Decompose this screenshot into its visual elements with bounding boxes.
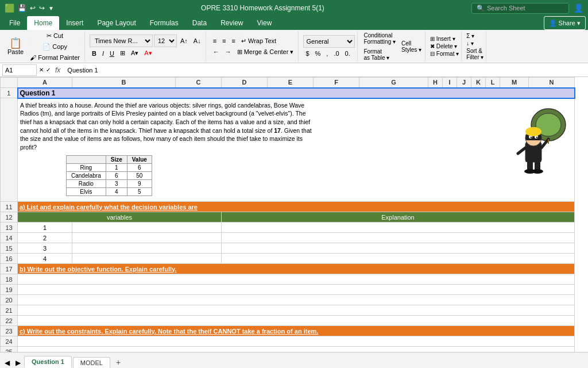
col-header-d[interactable]: D	[222, 78, 268, 88]
col-header-h[interactable]: H	[428, 78, 443, 88]
col-header-f[interactable]: F	[314, 78, 359, 88]
increase-font-button[interactable]: A↑	[178, 36, 190, 45]
format-cells-button[interactable]: ⊟ Format ▾	[430, 51, 459, 57]
undo-icon[interactable]: ↩	[30, 4, 36, 12]
cell-b13[interactable]	[72, 223, 222, 233]
sheet-tab-model[interactable]: MODEL	[73, 357, 110, 368]
col-header-i[interactable]: I	[443, 78, 457, 88]
col-header-g[interactable]: G	[359, 78, 428, 88]
next-sheet-icon[interactable]: ▶	[13, 358, 23, 368]
number-format-select[interactable]: General	[303, 35, 355, 48]
cell-a17[interactable]: b) Write out the objective function. Exp…	[18, 264, 575, 274]
align-left-button[interactable]: ≡	[211, 36, 219, 46]
cell-a14[interactable]: 2	[18, 233, 72, 243]
sort-filter-button[interactable]: Sort &Filter ▾	[466, 48, 483, 60]
wrap-text-button[interactable]: ↵ Wrap Text	[239, 36, 278, 46]
delete-cells-button[interactable]: ✖ Delete ▾	[430, 43, 459, 49]
col-header-c[interactable]: C	[176, 78, 222, 88]
increase-decimal-button[interactable]: .0	[331, 49, 341, 58]
col-header-k[interactable]: K	[471, 78, 486, 88]
prev-sheet-icon[interactable]: ◀	[2, 358, 12, 368]
decrease-decimal-button[interactable]: 0.	[343, 49, 353, 58]
comma-button[interactable]: ,	[324, 49, 330, 58]
sheet-tab-question1[interactable]: Question 1	[24, 356, 72, 368]
search-box[interactable]: 🔍 Search Sheet	[471, 3, 569, 14]
format-as-table-button[interactable]: Formatas Table ▾	[362, 47, 397, 62]
tab-view[interactable]: View	[250, 16, 279, 30]
cell-content-area[interactable]: A thief breaks into a house. Around the …	[18, 98, 575, 202]
fill-color-button[interactable]: A▾	[129, 48, 141, 58]
cell-a21[interactable]	[18, 305, 575, 316]
cell-a24[interactable]	[18, 336, 575, 347]
formula-input[interactable]: Question 1	[65, 66, 586, 74]
tab-file[interactable]: File	[2, 16, 27, 30]
underline-button[interactable]: U	[107, 49, 117, 58]
percent-button[interactable]: %	[313, 49, 323, 58]
insert-cells-button[interactable]: ⊞ Insert ▾	[430, 36, 459, 42]
currency-button[interactable]: $	[303, 49, 311, 58]
conditional-formatting-button[interactable]: ConditionalFormatting ▾	[362, 31, 397, 46]
confirm-icon[interactable]: ✓	[46, 67, 51, 73]
border-button[interactable]: ⊞	[118, 48, 127, 58]
cell-a11[interactable]: a) List and explain carefully what the d…	[18, 202, 575, 212]
font-name-select[interactable]: Times New R...	[90, 34, 153, 47]
share-button[interactable]: 👤 Share ▾	[544, 16, 586, 30]
col-header-l[interactable]: L	[486, 78, 500, 88]
sheet-area[interactable]: A B C D E F G H I J K L M N	[0, 77, 588, 352]
font-color-button[interactable]: A▾	[142, 48, 154, 58]
cell-styles-button[interactable]: CellStyles ▾	[400, 39, 423, 54]
cell-b14[interactable]	[72, 233, 222, 243]
tab-page-layout[interactable]: Page Layout	[90, 16, 142, 30]
decrease-font-button[interactable]: A↓	[191, 36, 203, 45]
cell-a13[interactable]: 1	[18, 223, 72, 233]
col-header-a[interactable]: A	[18, 78, 72, 88]
col-header-b[interactable]: B	[72, 78, 176, 88]
cell-a1[interactable]: Question 1	[18, 88, 575, 98]
merge-center-button[interactable]: ⊞ Merge & Center ▾	[235, 47, 296, 57]
cell-d12[interactable]: Explanation	[222, 212, 575, 223]
tab-formulas[interactable]: Formulas	[143, 16, 185, 30]
save-icon[interactable]: 💾	[18, 4, 26, 12]
tab-insert[interactable]: Insert	[59, 16, 90, 30]
cell-e13[interactable]	[222, 223, 575, 233]
col-header-e[interactable]: E	[268, 78, 314, 88]
bold-button[interactable]: B	[90, 49, 99, 58]
cell-a19[interactable]	[18, 285, 575, 295]
cell-a25[interactable]	[18, 347, 575, 352]
expand-icon[interactable]: ✕	[39, 67, 44, 73]
cell-b15[interactable]	[72, 243, 222, 254]
user-icon[interactable]: 👤	[574, 3, 583, 13]
align-right-button[interactable]: ≡	[229, 36, 237, 46]
quick-access-icon[interactable]: ▼	[48, 5, 54, 12]
cell-e16[interactable]	[222, 254, 575, 264]
cell-a12[interactable]: variables	[18, 212, 222, 223]
italic-button[interactable]: I	[100, 49, 106, 58]
align-center-button[interactable]: ≡	[220, 36, 228, 46]
col-header-j[interactable]: J	[457, 78, 471, 88]
indent-right-button[interactable]: →	[223, 47, 234, 57]
paste-button[interactable]: 📋 Paste	[5, 36, 26, 57]
cell-a22[interactable]	[18, 316, 575, 326]
cell-a20[interactable]	[18, 295, 575, 305]
col-header-m[interactable]: M	[500, 78, 529, 88]
cell-b16[interactable]	[72, 254, 222, 264]
cell-a18[interactable]	[18, 274, 575, 285]
copy-button[interactable]: 📄 Copy	[28, 42, 82, 52]
format-painter-button[interactable]: 🖌 Format Painter	[28, 53, 82, 62]
autosum-button[interactable]: Σ ▾	[466, 33, 483, 39]
cell-a15[interactable]: 3	[18, 243, 72, 254]
tab-data[interactable]: Data	[185, 16, 214, 30]
font-size-select[interactable]: 12	[154, 34, 177, 47]
cell-e14[interactable]	[222, 233, 575, 243]
add-sheet-button[interactable]: +	[111, 356, 125, 368]
col-header-n[interactable]: N	[529, 78, 575, 88]
redo-icon[interactable]: ↪	[39, 4, 45, 12]
fill-button[interactable]: ↓ ▾	[466, 40, 483, 47]
cell-reference-input[interactable]: A1	[2, 64, 37, 76]
cell-a16[interactable]: 4	[18, 254, 72, 264]
indent-left-button[interactable]: ←	[211, 47, 222, 57]
cell-a23[interactable]: c) Write out the constraints. Explain ca…	[18, 326, 575, 336]
tab-home[interactable]: Home	[27, 16, 59, 30]
cell-e15[interactable]	[222, 243, 575, 254]
cut-button[interactable]: ✂ Cut	[28, 31, 82, 41]
